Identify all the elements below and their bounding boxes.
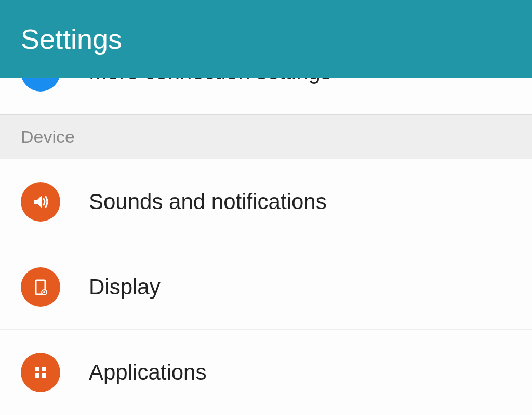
settings-item-sounds[interactable]: Sounds and notifications xyxy=(0,159,532,244)
svg-line-13 xyxy=(46,290,46,290)
page-title: Settings xyxy=(21,23,122,55)
settings-item-display[interactable]: Display xyxy=(0,244,532,330)
svg-point-5 xyxy=(43,291,45,293)
svg-rect-17 xyxy=(42,373,46,378)
display-icon xyxy=(21,267,60,307)
settings-item-label: Applications xyxy=(89,360,206,385)
svg-rect-15 xyxy=(42,367,46,371)
settings-item-label: Display xyxy=(89,275,161,300)
settings-list[interactable]: More connection settings Device Sounds a… xyxy=(0,78,532,415)
settings-item-more-connection[interactable]: More connection settings xyxy=(0,78,532,114)
sound-icon xyxy=(21,182,60,222)
svg-rect-14 xyxy=(35,367,39,371)
svg-line-11 xyxy=(46,294,46,294)
svg-line-10 xyxy=(42,290,43,290)
app-bar: Settings xyxy=(0,0,532,78)
svg-line-12 xyxy=(42,294,43,294)
settings-item-applications[interactable]: Applications xyxy=(0,330,532,415)
svg-rect-16 xyxy=(35,373,39,378)
section-header-label: Device xyxy=(21,127,75,147)
settings-item-label: Sounds and notifications xyxy=(89,189,327,214)
apps-icon xyxy=(21,353,60,392)
more-horizontal-icon xyxy=(21,78,60,92)
section-header-device: Device xyxy=(0,114,532,159)
settings-item-label: More connection settings xyxy=(89,78,331,84)
